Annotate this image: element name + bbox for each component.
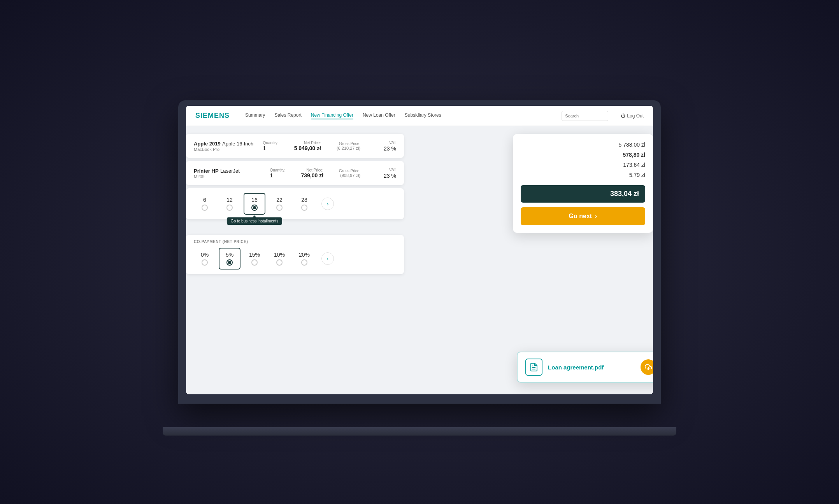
summary-amount-3: 173,64 zł [623,162,645,168]
product-info-1: Apple 2019 Apple 16-Inch MacBook Pro [194,140,263,152]
copayment-10[interactable]: 10% [269,248,290,269]
summary-row-3: 173,64 zł [521,162,645,168]
nav-item-subsidiary[interactable]: Subsidiary Stores [405,112,441,119]
copayment-5[interactable]: 5% [219,248,240,270]
product-info-2: Printer HP LaserJet M209 [194,167,270,179]
power-icon: ⏻ [621,113,625,119]
product-name-bold-2: Printer HP [194,168,219,174]
copayment-num-15: 15% [249,252,260,258]
radio-22[interactable] [276,205,283,211]
radio-6[interactable] [202,205,208,211]
logout-button[interactable]: ⏻ Log Out [621,113,644,119]
net-price-1: 5 049,00 zł [294,145,321,151]
radio-28[interactable] [301,205,307,211]
installment-num-16: 16 [251,197,258,203]
summary-meta-grid: 5 788,00 zł 578,80 zł 173,64 zł 5,79 zł [521,142,645,180]
summary-total-amount: 383,04 zł [610,190,639,198]
nav-item-new-financing[interactable]: New Financing Offer [311,112,353,119]
summary-total-row: 383,04 zł [521,185,645,203]
copayment-0[interactable]: 0% [194,248,216,269]
product-subname-1: MacBook Pro [194,147,263,152]
loan-download-button[interactable] [641,359,653,375]
search-input[interactable] [562,111,608,121]
summary-row-1: 5 788,00 zł [521,142,645,148]
copayment-num-10: 10% [274,252,285,258]
copayment-15[interactable]: 15% [244,248,265,269]
qty-label-1: Quantity: [263,141,279,145]
product-name-bold-1: Apple 2019 [194,141,221,147]
main-area: Apple 2019 Apple 16-Inch MacBook Pro Qua… [186,126,653,394]
go-next-label: Go next [569,213,592,220]
loan-filename: Loan agreement.pdf [548,364,635,371]
net-price-label-2: Net Price: [301,168,323,172]
nav-item-summary[interactable]: Summary [245,112,265,119]
vat-col-2: VAT 23 % [384,168,396,179]
installment-28[interactable]: 28 [293,194,315,214]
product-card-1: Apple 2019 Apple 16-Inch MacBook Pro Qua… [186,134,404,158]
summary-amount-1: 5 788,00 zł [619,142,646,148]
installments-next-arrow[interactable]: › [321,198,334,210]
loan-card: Loan agreement.pdf [517,352,653,383]
nav-item-new-loan[interactable]: New Loan Offer [363,112,395,119]
brand-logo: SIEMENS [195,112,230,120]
installment-num-28: 28 [301,197,307,203]
installment-num-12: 12 [226,197,233,203]
nav-item-sales-report[interactable]: Sales Report [274,112,301,119]
summary-row-4: 5,79 zł [521,172,645,178]
summary-amount-4: 5,79 zł [629,172,645,178]
summary-panel: 5 788,00 zł 578,80 zł 173,64 zł 5,79 zł [513,134,653,233]
navbar: SIEMENS Summary Sales Report New Financi… [186,106,653,126]
go-next-arrow-icon: › [595,213,597,220]
gross-price-1: (6 210,27 zł) [337,146,360,150]
installment-16[interactable]: 16 Go to business installments [244,193,265,215]
radio-12[interactable] [226,205,233,211]
product-qty-section-1: Quantity: 1 Net Price: 5 049,00 zł Gross… [263,140,396,152]
copayment-next-arrow[interactable]: › [321,252,334,265]
installments-section: 6 12 16 Go to busin [186,188,404,219]
price-section-1: Net Price: 5 049,00 zł [294,141,321,151]
loan-pdf-icon [525,359,542,376]
gross-price-2: (908,97 zł) [339,173,360,178]
gross-label-2: Gross Price: [339,169,360,173]
go-next-button[interactable]: Go next › [521,207,645,225]
radio-16[interactable] [251,205,258,211]
installment-num-6: 6 [203,197,206,203]
radio-copayment-0[interactable] [202,259,208,266]
gross-section-2: Gross Price: (908,97 zł) [339,169,360,178]
summary-amount-2: 578,80 zł [623,152,645,158]
logout-label: Log Out [627,113,644,119]
radio-copayment-10[interactable] [276,259,283,266]
product-subname-2: M209 [194,174,270,179]
vat-value-2: 23 % [384,173,396,179]
product-qty-section-2: Quantity: 1 Net Price: 739,00 zł Gross P… [270,168,396,179]
radio-copayment-20[interactable] [301,259,307,266]
gross-label-1: Gross Price: [337,142,360,146]
qty-value-2: 1 [270,172,285,178]
copayment-row: 0% 5% 15% [194,248,396,270]
qty-value-1: 1 [263,145,279,151]
nav-items: Summary Sales Report New Financing Offer… [245,112,549,119]
radio-copayment-5[interactable] [226,259,233,266]
installments-row: 6 12 16 Go to busin [194,193,396,215]
copayment-num-0: 0% [201,252,209,258]
vat-value-1: 23 % [384,145,396,152]
summary-row-2: 578,80 zł [521,152,645,158]
installment-tooltip: Go to business installments [227,217,282,225]
copayment-section: CO-PAYMENT (NET PRICE) 0% 5% [186,235,404,274]
copayment-num-5: 5% [226,252,233,258]
copayment-label: CO-PAYMENT (NET PRICE) [194,240,396,244]
installment-6[interactable]: 6 [194,194,216,214]
copayment-num-20: 20% [299,252,310,258]
vat-label-1: VAT [389,140,396,145]
installment-22[interactable]: 22 [269,194,290,214]
qty-label-2: Quantity: [270,168,285,172]
gross-section-1: Gross Price: (6 210,27 zł) [337,142,360,150]
installment-12[interactable]: 12 [219,194,240,214]
vat-label-2: VAT [389,168,396,172]
radio-copayment-15[interactable] [251,259,258,266]
product-name-normal-2: LaserJet [220,168,240,174]
product-card-2: Printer HP LaserJet M209 Quantity: 1 [186,161,404,185]
vat-col-1: VAT 23 % [384,140,396,152]
installment-num-22: 22 [276,197,283,203]
copayment-20[interactable]: 20% [293,248,315,269]
